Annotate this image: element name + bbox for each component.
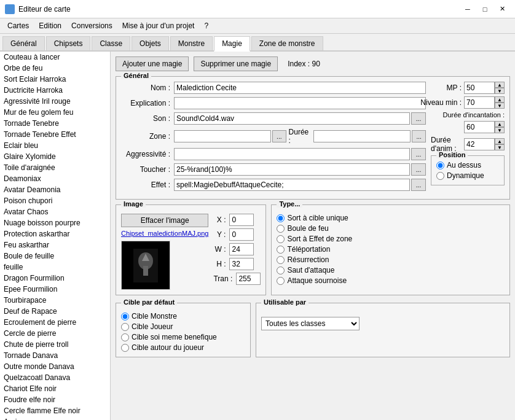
list-item[interactable]: Mur de feu golem feu	[0, 107, 110, 118]
cible-joueur-radio[interactable]	[121, 323, 129, 331]
toucher-browse-button[interactable]: ...	[411, 163, 426, 176]
cible-soi-meme[interactable]: Cible soi meme benefique	[121, 333, 245, 341]
list-item[interactable]: Arnica	[0, 416, 110, 420]
list-item[interactable]: Sort Eclair Harroka	[0, 74, 110, 85]
toucher-input[interactable]	[174, 163, 410, 176]
list-item[interactable]: feuille	[0, 262, 110, 273]
position-dynamique[interactable]: Dynamique	[436, 171, 499, 180]
duree-incant-down-button[interactable]: ▼	[495, 127, 505, 133]
remove-magic-button[interactable]: Supprimer une magie	[194, 56, 278, 71]
list-item[interactable]: Tourbirapace	[0, 295, 110, 306]
agressivite-input[interactable]	[174, 148, 410, 160]
tab-monstre[interactable]: Monstre	[170, 36, 213, 50]
list-item[interactable]: Deamoniax	[0, 173, 110, 184]
image-file-path[interactable]: Chipset_maledictionMAJ.png	[121, 230, 208, 237]
type-boule-de-feu[interactable]: Boule de feu	[277, 224, 505, 233]
list-item[interactable]: Tornade Tenebre Effet	[0, 129, 110, 140]
list-item[interactable]: Protection askarthar	[0, 228, 110, 239]
tab-magie[interactable]: Magie	[214, 36, 250, 52]
list-item[interactable]: Foudre elfe noir	[0, 394, 110, 405]
cible-joueur[interactable]: Cible Joueur	[121, 322, 245, 331]
cible-monstre-radio[interactable]	[121, 313, 129, 321]
list-item[interactable]: Agressivité Iril rouge	[0, 96, 110, 107]
list-item[interactable]: Tornade Tenebre	[0, 118, 110, 129]
list-item[interactable]: Couteau à lancer	[0, 52, 110, 63]
niveau-min-down-button[interactable]: ▼	[495, 103, 505, 109]
son-input[interactable]	[174, 112, 410, 125]
position-dynamique-radio[interactable]	[436, 172, 444, 180]
explication-input[interactable]	[174, 97, 426, 109]
list-item[interactable]: Quelzacoatl Danava	[0, 372, 110, 383]
list-item[interactable]: Outre monde Danava	[0, 361, 110, 372]
type-resurrection-radio[interactable]	[277, 256, 285, 264]
type-cible-unique-radio[interactable]	[277, 214, 285, 222]
type-saut-attaque[interactable]: Saut d'attaque	[277, 266, 505, 274]
duree-anim-input[interactable]	[464, 138, 495, 150]
cible-soi-meme-radio[interactable]	[121, 333, 129, 341]
type-attaque-sournoise[interactable]: Attaque sournoise	[277, 276, 505, 285]
effet-input[interactable]	[174, 179, 410, 191]
list-item[interactable]: Glaire Xylomide	[0, 151, 110, 162]
list-item[interactable]: Eclair bleu	[0, 140, 110, 151]
close-button[interactable]: ✕	[494, 3, 510, 15]
tab-chipsets[interactable]: Chipsets	[46, 36, 91, 50]
type-attaque-sournoise-radio[interactable]	[277, 277, 285, 285]
duree-anim-down-button[interactable]: ▼	[495, 144, 505, 150]
list-item[interactable]: Chariot Elfe noir	[0, 383, 110, 394]
position-au-dessus[interactable]: Au dessus	[436, 161, 499, 169]
son-browse-button[interactable]: ...	[411, 112, 426, 125]
tab-zone-monstre[interactable]: Zone de monstre	[251, 36, 323, 50]
type-teleportation-radio[interactable]	[277, 246, 285, 254]
add-magic-button[interactable]: Ajouter une magie	[116, 56, 189, 71]
list-item[interactable]: Toile d'araignée	[0, 162, 110, 173]
type-cible-unique[interactable]: Sort à cible unique	[277, 214, 505, 222]
nom-input[interactable]	[174, 82, 426, 94]
minimize-button[interactable]: ─	[460, 3, 476, 15]
type-effet-de-zone[interactable]: Sort à Effet de zone	[277, 235, 505, 243]
utilisable-select[interactable]: Toutes les classes	[261, 317, 360, 330]
tab-objets[interactable]: Objets	[132, 36, 169, 50]
duree-anim-up-button[interactable]: ▲	[495, 138, 505, 144]
list-item[interactable]: Feu askarthar	[0, 239, 110, 251]
tran-input[interactable]	[236, 273, 261, 285]
list-item[interactable]: Poison chupori	[0, 195, 110, 206]
list-item[interactable]: Orbe de feu	[0, 63, 110, 74]
niveau-min-up-button[interactable]: ▲	[495, 96, 505, 103]
list-item[interactable]: Epee Fourmilion	[0, 284, 110, 295]
h-input[interactable]	[229, 258, 254, 270]
zone-browse-button[interactable]: ...	[272, 130, 286, 142]
menu-mise-a-jour[interactable]: Mise à jour d'un projet	[117, 20, 200, 32]
position-au-dessus-radio[interactable]	[436, 161, 444, 169]
type-teleportation[interactable]: Téléportation	[277, 245, 505, 254]
type-boule-de-feu-radio[interactable]	[277, 225, 285, 233]
menu-help[interactable]: ?	[199, 20, 213, 32]
menu-cartes[interactable]: Cartes	[2, 20, 34, 32]
menu-edition[interactable]: Edition	[34, 20, 66, 32]
list-item[interactable]: Avatar Deamonia	[0, 184, 110, 195]
list-item[interactable]: Deuf de Rapace	[0, 306, 110, 317]
list-item[interactable]: Dragon Fourmilion	[0, 273, 110, 284]
clear-image-button[interactable]: Effacer l'image	[121, 214, 208, 227]
list-item[interactable]: Tornade Danava	[0, 350, 110, 361]
zone-input[interactable]	[174, 130, 271, 142]
duree-incant-up-button[interactable]: ▲	[495, 121, 505, 127]
cible-autour[interactable]: Cible autour du joueur	[121, 343, 245, 352]
list-item[interactable]: Ductricite Harroka	[0, 85, 110, 96]
list-item[interactable]: Cercle de pierre	[0, 328, 110, 339]
mp-down-button[interactable]: ▼	[495, 88, 505, 94]
tab-classe[interactable]: Classe	[92, 36, 130, 50]
duree-input[interactable]	[313, 130, 411, 142]
list-item[interactable]: Chute de pierre troll	[0, 339, 110, 350]
list-item[interactable]: Cercle flamme Elfe noir	[0, 405, 110, 416]
mp-up-button[interactable]: ▲	[495, 82, 505, 88]
w-input[interactable]	[229, 243, 254, 255]
duree-incant-input[interactable]	[464, 121, 495, 133]
list-item[interactable]: Avatar Chaos	[0, 206, 110, 217]
cible-monstre[interactable]: Cible Monstre	[121, 312, 245, 321]
type-saut-attaque-radio[interactable]	[277, 266, 285, 274]
list-item[interactable]: Boule de feuille	[0, 251, 110, 262]
menu-conversions[interactable]: Conversions	[66, 20, 117, 32]
list-item[interactable]: Nuage boisson pourpre	[0, 217, 110, 228]
type-resurrection[interactable]: Résurrection	[277, 255, 505, 264]
mp-input[interactable]	[464, 82, 495, 94]
